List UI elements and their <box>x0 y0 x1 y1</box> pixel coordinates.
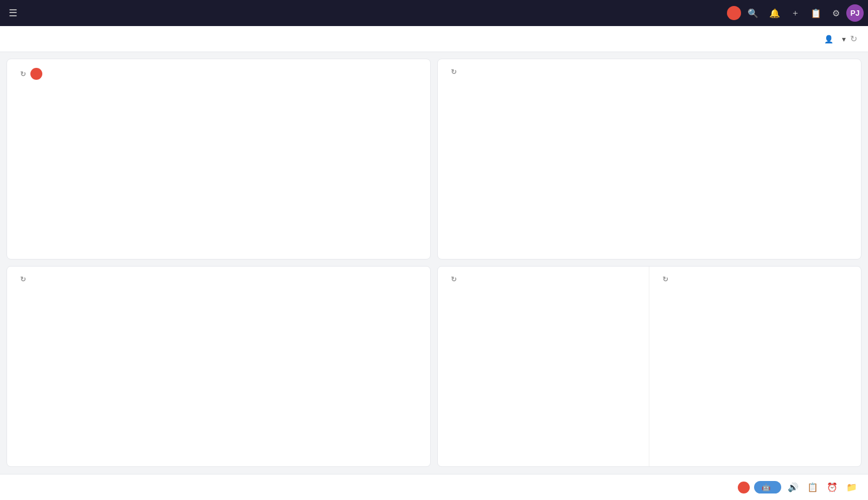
industry-refresh-icon[interactable]: ↻ <box>662 275 668 283</box>
leads-badge <box>30 68 42 80</box>
chevron-down-icon: ▾ <box>842 35 846 43</box>
welcome-bar: 👤 ▾ ↻ <box>0 26 868 52</box>
bottom-right: 🤖 🔊 📋 ⏰ 📁 <box>738 480 859 495</box>
leads-by-industry-title: ↻ <box>658 275 852 283</box>
accounts-by-industry-title: ↻ <box>446 68 852 76</box>
refresh-icon[interactable]: ↻ <box>20 70 26 78</box>
avatar[interactable]: PJ <box>846 4 864 22</box>
status-refresh-icon[interactable]: ↻ <box>20 275 26 283</box>
add-button[interactable]: ＋ <box>787 3 804 23</box>
leads-by-source-card: ↻ <box>7 59 431 260</box>
settings-button[interactable]: ⚙ <box>828 4 844 23</box>
bottom-action-3[interactable]: ⏰ <box>825 480 840 495</box>
notifications-button[interactable]: 🔔 <box>765 4 784 23</box>
accounts-refresh-icon[interactable]: ↻ <box>451 68 457 76</box>
accounts-by-industry-chart <box>446 83 852 243</box>
bottom-action-4[interactable]: 📁 <box>844 480 859 495</box>
pipeline-title: ↻ <box>446 275 640 283</box>
pipeline-chart <box>446 290 640 451</box>
leads-by-source-title: ↻ <box>16 68 422 80</box>
dashboard: ↻ ↻ ↻ ↻ <box>0 52 868 474</box>
leads-by-industry-chart <box>658 290 852 451</box>
ask-zia-button[interactable]: 🤖 <box>754 481 781 493</box>
bottom-action-2[interactable]: 📋 <box>805 480 820 495</box>
menu-button[interactable]: ☰ <box>4 3 22 23</box>
nav-right: 🔍 🔔 ＋ 📋 ⚙ PJ <box>727 3 864 23</box>
bottom-action-1[interactable]: 🔊 <box>786 480 801 495</box>
navbar: ☰ 🔍 🔔 ＋ 📋 ⚙ PJ <box>0 0 868 26</box>
pipeline-refresh-icon[interactable]: ↻ <box>451 275 457 283</box>
bottom-bar: 🤖 🔊 📋 ⏰ 📁 <box>0 474 868 500</box>
user-icon: 👤 <box>824 35 833 43</box>
user-menu[interactable]: 👤 ▾ ↻ <box>824 34 857 44</box>
leads-by-status-chart <box>16 290 422 451</box>
leads-by-status-card: ↻ <box>7 266 431 467</box>
nav-badge-2[interactable] <box>727 6 741 20</box>
pipeline-by-stage-card: ↻ ↻ <box>437 266 861 467</box>
accounts-by-industry-card: ↻ <box>437 59 861 260</box>
bottom-badge-4 <box>738 482 750 493</box>
pipeline-section: ↻ <box>438 267 649 466</box>
leads-by-status-title: ↻ <box>16 275 422 283</box>
calendar-button[interactable]: 📋 <box>806 4 826 23</box>
zia-icon: 🤖 <box>762 483 770 491</box>
leads-by-source-chart <box>16 86 422 247</box>
search-button[interactable]: 🔍 <box>743 4 763 23</box>
refresh-button[interactable]: ↻ <box>850 34 857 44</box>
leads-by-industry-section: ↻ <box>649 267 861 466</box>
smart-chat-input[interactable] <box>22 483 725 491</box>
